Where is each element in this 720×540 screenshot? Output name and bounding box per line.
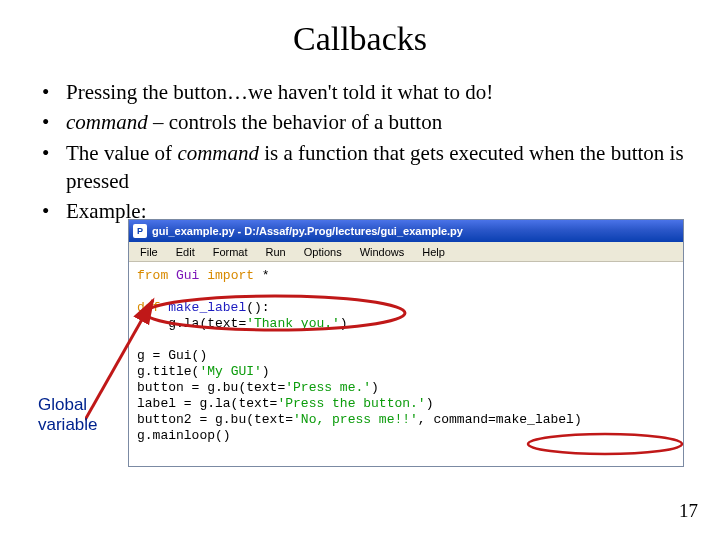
window-title-text: gui_example.py - D:/Assaf/py.Prog/lectur… — [152, 225, 679, 237]
bullet-3-em: command — [177, 141, 259, 165]
menu-run[interactable]: Run — [257, 244, 295, 260]
code-l4b: ) — [340, 316, 348, 331]
code-l7b: ) — [262, 364, 270, 379]
code-l6: g = Gui() — [137, 348, 207, 363]
menubar: File Edit Format Run Options Windows Hel… — [129, 242, 683, 262]
code-fn-name: make_label — [160, 300, 246, 315]
annotation-label: Global variable — [38, 395, 98, 434]
menu-format[interactable]: Format — [204, 244, 257, 260]
code-l8b: ) — [371, 380, 379, 395]
annotation-line1: Global — [38, 395, 87, 414]
code-l10-str: 'No, press me!!' — [293, 412, 418, 427]
code-l10b: , command=make_label) — [418, 412, 582, 427]
code-fn-paren: (): — [246, 300, 269, 315]
code-kw-def: def — [137, 300, 160, 315]
bullet-1: Pressing the button…we haven't told it w… — [42, 78, 696, 106]
code-l9a: label = g.la(text= — [137, 396, 277, 411]
code-l4a: g.la(text= — [137, 316, 246, 331]
bullet-2: command – controls the behavior of a but… — [42, 108, 696, 136]
slide-title: Callbacks — [24, 20, 696, 58]
bullet-3: The value of command is a function that … — [42, 139, 696, 196]
code-l7a: g.title( — [137, 364, 199, 379]
python-icon: P — [133, 224, 147, 238]
code-l9-str: 'Press the button.' — [277, 396, 425, 411]
bullet-2-em: command — [66, 110, 148, 134]
annotation-line2: variable — [38, 415, 98, 434]
code-l11: g.mainloop() — [137, 428, 231, 443]
bullet-list: Pressing the button…we haven't told it w… — [24, 78, 696, 226]
bullet-1-text: Pressing the button…we haven't told it w… — [66, 80, 493, 104]
bullet-2-text: – controls the behavior of a button — [148, 110, 443, 134]
code-kw-import: import — [207, 268, 254, 283]
code-l7-str: 'My GUI' — [199, 364, 261, 379]
code-editor-window: P gui_example.py - D:/Assaf/py.Prog/lect… — [128, 219, 684, 467]
code-l8-str: 'Press me.' — [285, 380, 371, 395]
code-l9b: ) — [426, 396, 434, 411]
bullet-3-pre: The value of — [66, 141, 177, 165]
menu-edit[interactable]: Edit — [167, 244, 204, 260]
page-number: 17 — [679, 500, 698, 522]
code-star: * — [254, 268, 270, 283]
code-l8a: button = g.bu(text= — [137, 380, 285, 395]
menu-file[interactable]: File — [131, 244, 167, 260]
window-titlebar: P gui_example.py - D:/Assaf/py.Prog/lect… — [129, 220, 683, 242]
menu-help[interactable]: Help — [413, 244, 454, 260]
menu-windows[interactable]: Windows — [351, 244, 414, 260]
menu-options[interactable]: Options — [295, 244, 351, 260]
code-l10a: button2 = g.bu(text= — [137, 412, 293, 427]
code-mod: Gui — [168, 268, 207, 283]
code-area[interactable]: from Gui import * def make_label(): g.la… — [129, 262, 683, 466]
code-l4-str: 'Thank you.' — [246, 316, 340, 331]
code-kw-from: from — [137, 268, 168, 283]
